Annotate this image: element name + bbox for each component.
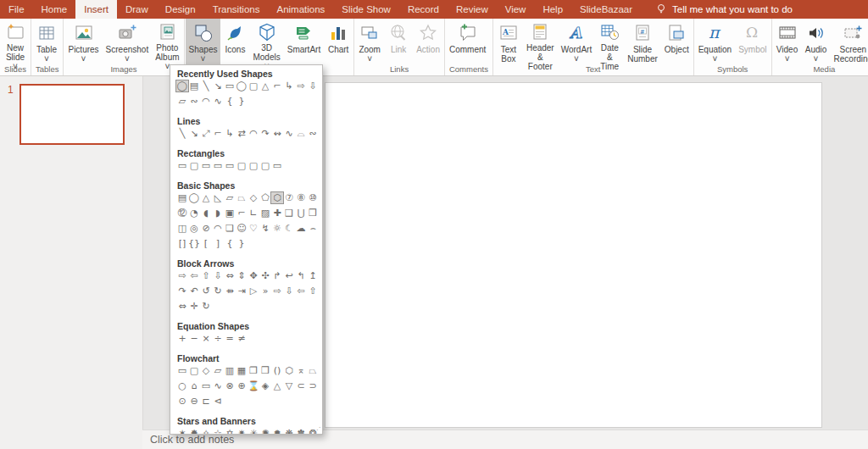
shape-callout-left-right-arrow[interactable]: ⇔ bbox=[176, 301, 188, 312]
shape-oval[interactable]: ◯ bbox=[236, 80, 248, 91]
shape-cube[interactable]: ❒ bbox=[307, 208, 319, 219]
shape-arrow-curved-down[interactable]: ↻ bbox=[212, 285, 224, 297]
shape-frame[interactable]: ▣ bbox=[224, 208, 236, 219]
shape-left-bracket[interactable]: [ bbox=[200, 238, 212, 249]
slide-canvas[interactable] bbox=[325, 82, 822, 428]
shape-decision[interactable]: ◇ bbox=[200, 365, 212, 376]
shape-star-8-point[interactable]: ✳ bbox=[248, 428, 259, 435]
shape-cloud[interactable]: ☁ bbox=[295, 223, 307, 234]
shape-regular-pentagon[interactable]: ⬠ bbox=[259, 192, 271, 203]
date-time-button[interactable]: Date & Time bbox=[595, 19, 624, 64]
shape-connector[interactable]: ○ bbox=[176, 380, 188, 391]
shape-star-5-point[interactable]: ☆ bbox=[212, 428, 224, 435]
shape-stored-data[interactable]: ⊂ bbox=[295, 380, 307, 391]
shape-round-diagonal-corner-rectangle[interactable]: ▭ bbox=[271, 160, 283, 171]
shape-right-brace[interactable]: } bbox=[236, 96, 248, 107]
tab-home[interactable]: Home bbox=[33, 0, 76, 19]
shape-arrow-down[interactable]: ⇩ bbox=[212, 270, 224, 281]
shape-callout-left-arrow[interactable]: ⇦ bbox=[295, 285, 307, 297]
shape-octagon[interactable]: ⑧ bbox=[295, 192, 307, 203]
shape-connector-curved[interactable]: ◠ bbox=[248, 128, 259, 139]
shape-arrow-down[interactable]: ⇩ bbox=[307, 80, 319, 91]
shape-snip-diagonal-corner-rectangle[interactable]: ▭ bbox=[224, 160, 236, 171]
tab-view[interactable]: View bbox=[497, 0, 535, 19]
shape-cross[interactable]: ✚ bbox=[271, 208, 283, 219]
shape-moon[interactable]: ☾ bbox=[283, 223, 295, 234]
shape-freeform-scribble[interactable]: ∾ bbox=[307, 128, 319, 139]
tab-review[interactable]: Review bbox=[448, 0, 497, 19]
shape-arrow-bent[interactable]: ↱ bbox=[271, 270, 283, 281]
shape-arrow-pentagon[interactable]: ▷ bbox=[248, 285, 259, 297]
shape-manual-input[interactable]: ⌅ bbox=[295, 365, 307, 376]
tab-file[interactable]: File bbox=[0, 0, 33, 19]
shape-star-6-point[interactable]: ✡ bbox=[224, 428, 236, 435]
shape-collate[interactable]: ⌛ bbox=[248, 380, 259, 391]
shape-curve[interactable]: ∿ bbox=[283, 128, 295, 139]
pictures-button[interactable]: Pictures ˅ bbox=[64, 19, 102, 64]
shape-sort[interactable]: ◈ bbox=[259, 380, 271, 391]
shape-snip-and-round-single-corner-rectangle[interactable]: ▢ bbox=[236, 160, 248, 171]
shape-dodecagon[interactable]: ⑫ bbox=[176, 208, 188, 219]
shape-arrow-curved-left[interactable]: ↶ bbox=[188, 285, 200, 297]
shape-teardrop[interactable]: ◗ bbox=[212, 208, 224, 219]
shape-merge[interactable]: ▽ bbox=[283, 380, 295, 391]
shape-arrow-circular[interactable]: ↻ bbox=[200, 301, 212, 312]
shape-not-equal[interactable]: ≠ bbox=[236, 333, 248, 344]
shape-oval[interactable]: ◯ bbox=[188, 192, 200, 203]
shape-folded-corner[interactable]: ❏ bbox=[224, 223, 236, 234]
shape-round-same-side-corner-rectangle[interactable]: ▢ bbox=[259, 160, 271, 171]
shape-snip-single-corner-rectangle[interactable]: ▭ bbox=[200, 160, 212, 171]
shape-lightning-bolt[interactable]: ↯ bbox=[259, 223, 271, 234]
shape-text-box[interactable]: ▤ bbox=[188, 80, 200, 91]
shape-bevel[interactable]: ◫ bbox=[176, 223, 188, 234]
shape-equal[interactable]: = bbox=[224, 333, 236, 344]
tab-draw[interactable]: Draw bbox=[117, 0, 157, 19]
shape-smiley-face[interactable]: ☺ bbox=[236, 223, 248, 234]
shape-rounded-rectangle[interactable]: ▢ bbox=[188, 160, 200, 171]
shape-donut[interactable]: ◎ bbox=[188, 223, 200, 234]
shape-trapezoid[interactable]: ⏢ bbox=[236, 192, 248, 203]
shape-multidocument[interactable]: ❒ bbox=[259, 365, 271, 376]
shape-rectangle[interactable]: ▭ bbox=[176, 160, 188, 171]
shape-arrow-up[interactable]: ⇧ bbox=[200, 270, 212, 281]
shape-right-bracket[interactable]: ] bbox=[212, 238, 224, 249]
shape-isosceles-triangle[interactable]: △ bbox=[259, 80, 271, 91]
shape-arrow-left[interactable]: ⇦ bbox=[188, 270, 200, 281]
shape-line-arrow-double[interactable]: ⤢ bbox=[200, 128, 212, 139]
shape-heart[interactable]: ♡ bbox=[248, 223, 259, 234]
shape-star-24-point[interactable]: ✽ bbox=[295, 428, 307, 435]
slide-number-button[interactable]: # Slide Number bbox=[624, 19, 661, 64]
tab-design[interactable]: Design bbox=[157, 0, 204, 19]
shape-pie[interactable]: ◔ bbox=[188, 208, 200, 219]
shape-connector-curved-arrow[interactable]: ↷ bbox=[259, 128, 271, 139]
shape-callout-quad-arrow[interactable]: ✛ bbox=[188, 301, 200, 312]
shape-direct-access-storage[interactable]: ⊏ bbox=[200, 396, 212, 407]
shape-double-bracket[interactable]: [] bbox=[176, 238, 188, 249]
shape-callout-down-arrow[interactable]: ⇩ bbox=[283, 285, 295, 297]
shape-double-brace[interactable]: {} bbox=[188, 238, 200, 249]
shape-summing-junction[interactable]: ⊗ bbox=[224, 380, 236, 391]
shape-sequential-access-storage[interactable]: ⊙ bbox=[176, 396, 188, 407]
shape-line[interactable]: ╲ bbox=[176, 128, 188, 139]
header-footer-button[interactable]: Header & Footer bbox=[523, 19, 558, 64]
shape-document[interactable]: ❐ bbox=[248, 365, 259, 376]
shape-right-brace[interactable]: } bbox=[236, 238, 248, 249]
shape-right-triangle[interactable]: ◺ bbox=[212, 192, 224, 203]
tab-transitions[interactable]: Transitions bbox=[204, 0, 269, 19]
shape-minus[interactable]: − bbox=[188, 333, 200, 344]
shape-line-arrow[interactable]: ↘ bbox=[212, 80, 224, 91]
tab-record[interactable]: Record bbox=[399, 0, 448, 19]
shape-freeform-scribble[interactable]: ∾ bbox=[188, 96, 200, 107]
shape-plaque[interactable]: ❑ bbox=[283, 208, 295, 219]
shape-internal-storage[interactable]: ▦ bbox=[236, 365, 248, 376]
3d-models-button[interactable]: 3D Models ˅ bbox=[249, 19, 283, 64]
shape-punched-tape[interactable]: ∿ bbox=[212, 380, 224, 391]
shape-l-shape[interactable]: ∟ bbox=[248, 208, 259, 219]
shape-arrow-striped-right[interactable]: ⇻ bbox=[224, 285, 236, 297]
shape-star-12-point[interactable]: ✹ bbox=[271, 428, 283, 435]
shape-chord[interactable]: ◖ bbox=[200, 208, 212, 219]
shape-hexagon[interactable]: ⬡ bbox=[271, 192, 283, 203]
shape-multiply[interactable]: × bbox=[200, 333, 212, 344]
shape-division[interactable]: ÷ bbox=[212, 333, 224, 344]
shape-oval[interactable]: ◯ bbox=[176, 80, 188, 91]
